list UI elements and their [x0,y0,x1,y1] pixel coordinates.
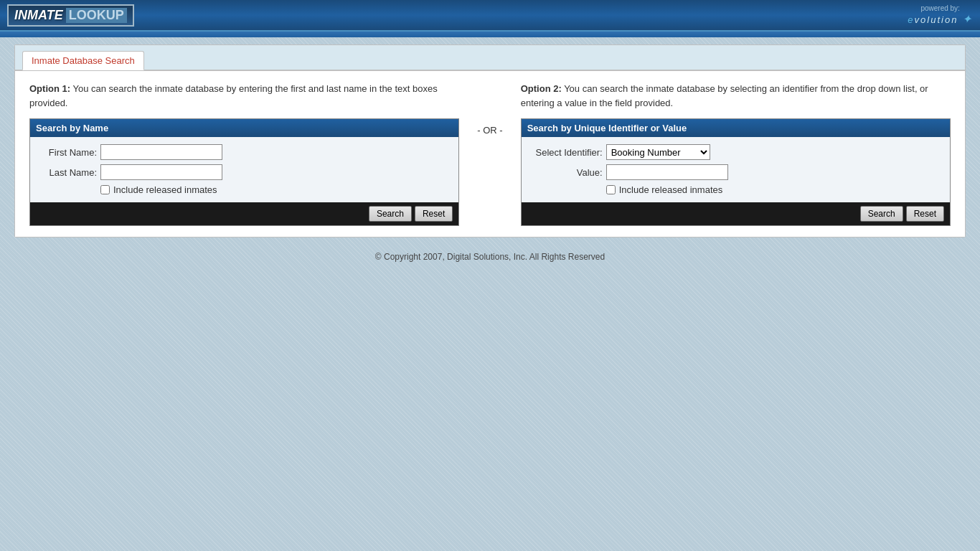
last-name-input[interactable] [100,164,222,180]
include-released-checkbox-id[interactable] [606,185,616,194]
search-by-name-box: Search by Name First Name: Last Name: [29,118,459,226]
include-released-row-name: Include released inmates [100,184,453,195]
search-by-name-body: First Name: Last Name: Include released … [30,137,458,202]
search-by-identifier-box: Search by Unique Identifier or Value Sel… [521,118,951,226]
last-name-label: Last Name: [36,167,100,178]
search-by-identifier-header: Search by Unique Identifier or Value [522,119,950,137]
tab-row: Inmate Database Search [15,45,965,71]
search-by-name-footer: Search Reset [30,202,458,225]
option1-label: Option 1: [29,83,70,94]
logo-area: INMATE LOOKUP [7,4,134,27]
include-released-label-name: Include released inmates [113,184,217,195]
header: INMATE LOOKUP powered by: evolution ✦ [0,0,980,32]
footer: © Copyright 2007, Digital Solutions, Inc… [0,245,980,269]
option2-text: You can search the inmate database by se… [521,83,928,108]
first-name-row: First Name: [36,144,453,160]
option1-description: Option 1: You can search the inmate data… [29,82,459,110]
reset-button-id[interactable]: Reset [906,206,944,222]
option2-section: Option 2: You can search the inmate data… [521,82,951,226]
value-label: Value: [527,167,606,178]
value-row: Value: [527,164,944,180]
search-button-name[interactable]: Search [369,206,412,222]
include-released-checkbox-name[interactable] [100,185,110,194]
select-identifier-row: Select Identifier: Booking Number SSN SI… [527,144,944,160]
select-identifier-label: Select Identifier: [527,147,606,158]
search-button-id[interactable]: Search [860,206,903,222]
search-by-identifier-footer: Search Reset [522,202,950,225]
main-container: Inmate Database Search Option 1: You can… [14,44,966,237]
option1-section: Option 1: You can search the inmate data… [29,82,459,226]
option2-label: Option 2: [521,83,562,94]
content: Option 1: You can search the inmate data… [15,71,965,237]
option1-text: You can search the inmate database by en… [29,83,438,108]
include-released-row-id: Include released inmates [606,184,944,195]
powered-area: powered by: evolution ✦ [908,4,973,26]
last-name-row: Last Name: [36,164,453,180]
option2-description: Option 2: You can search the inmate data… [521,82,951,110]
logo-box: INMATE LOOKUP [7,4,134,27]
evolution-logo: evolution ✦ [908,12,973,26]
powered-by-text: powered by: [920,4,959,12]
copyright-text: © Copyright 2007, Digital Solutions, Inc… [375,252,605,262]
search-by-identifier-body: Select Identifier: Booking Number SSN SI… [522,137,950,202]
logo-lookup: LOOKUP [66,8,127,23]
identifier-value-input[interactable] [606,164,728,180]
tab-inmate-database-search[interactable]: Inmate Database Search [22,51,144,70]
first-name-input[interactable] [100,144,222,160]
search-by-name-header: Search by Name [30,119,458,137]
or-divider: - OR - [466,125,513,136]
first-name-label: First Name: [36,147,100,158]
identifier-select[interactable]: Booking Number SSN SID Number DOB [606,144,710,160]
options-row: Option 1: You can search the inmate data… [29,82,951,226]
logo-inmate: INMATE [14,8,63,23]
blue-stripe [0,32,980,37]
include-released-label-id: Include released inmates [619,184,723,195]
reset-button-name[interactable]: Reset [415,206,453,222]
